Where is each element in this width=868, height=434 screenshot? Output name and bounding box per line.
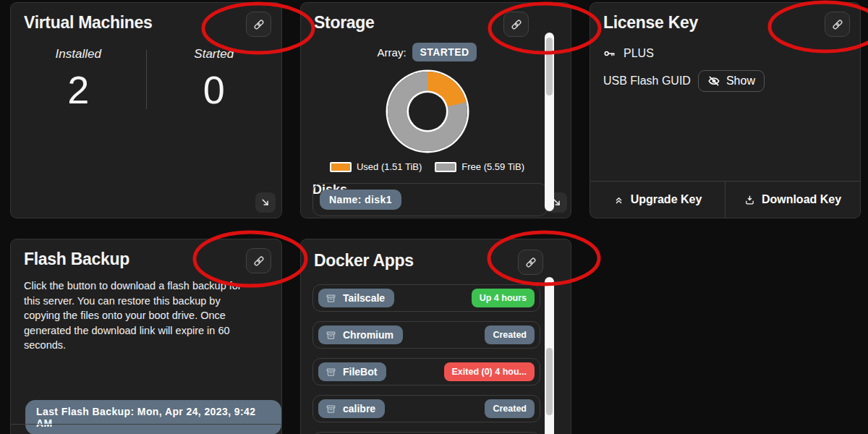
docker-app-status-badge: Created [485,326,535,344]
license-key-card: License Key PLUS USB Flash GUID Show [590,2,861,218]
show-button-label: Show [726,75,755,88]
vm-started-value: 0 [147,67,282,112]
card-header: Flash Backup [11,239,281,273]
resize-arrow-icon [259,196,272,209]
key-icon [603,47,616,60]
vm-resize-handle[interactable] [255,192,276,213]
used-swatch [330,162,352,172]
storage-link-button[interactable] [503,12,529,37]
license-body: PLUS USB Flash GUID Show [590,37,860,92]
storage-donut [388,72,467,151]
docker-apps-title: Docker Apps [314,250,414,271]
vm-installed-stat: Installed 2 [11,47,146,112]
download-key-button[interactable]: Download Key [725,182,860,218]
used-legend-label: Used (1.51 TiB) [357,161,422,172]
storage-legend: Used (1.51 TiB) Free (5.59 TiB) [312,161,542,172]
storage-scrollbar-thumb[interactable] [546,38,553,95]
docker-link-button[interactable] [518,250,543,275]
docker-app-name-badge[interactable]: Tailscale [318,289,394,307]
flash-backup-title: Flash Backup [24,248,129,270]
unraid-dashboard: Virtual Machines Installed 2 Started 0 S… [0,0,868,434]
storage-title: Storage [314,12,375,33]
last-flash-backup-badge: Last Flash Backup: Mon, Apr 24, 2023, 9:… [25,400,281,434]
download-icon [744,195,755,205]
docker-app-name: Tailscale [343,292,385,304]
docker-app-name-badge[interactable]: FileBot [318,362,386,381]
array-label: Array: [378,46,407,59]
virtual-machines-title: Virtual Machines [24,12,153,33]
vm-started-label: Started [147,47,282,61]
docker-app-name: calibre [343,403,375,414]
free-legend-label: Free (5.59 TiB) [461,161,524,172]
license-guid-row: USB Flash GUID Show [603,70,847,92]
array-status-badge: STARTED [412,43,477,61]
container-icon [326,367,336,378]
storage-body: Array: STARTED Used (1.51 TiB) Free (5.5… [301,37,571,172]
card-header: Virtual Machines [11,3,281,37]
container-icon [326,330,336,341]
license-tier-row: PLUS [603,47,847,60]
license-tier: PLUS [624,47,654,60]
docker-app-status-badge: Created [485,399,535,418]
guid-label: USB Flash GUID [603,75,691,88]
docker-app-row[interactable]: calibre Created [312,395,540,422]
card-header: Storage [301,3,571,37]
disk-row[interactable]: Name: disk1 [312,183,548,216]
docker-app-status-badge: Up 4 hours [472,289,535,307]
docker-app-row[interactable]: Tailscale Up 4 hours [312,284,540,312]
docker-app-status-badge: Exited (0) 4 hou... [444,362,535,381]
link-icon [510,18,523,31]
legend-item-used: Used (1.51 TiB) [330,161,422,172]
vm-installed-label: Installed [11,47,146,61]
virtual-machines-card: Virtual Machines Installed 2 Started 0 [10,2,282,218]
docker-app-name-badge[interactable]: Chromium [318,326,403,344]
upgrade-key-label: Upgrade Key [631,193,702,206]
eye-slash-icon [707,75,720,88]
vm-installed-value: 2 [11,67,146,112]
docker-apps-card: Docker Apps Tailscale Up 4 hours Chromiu… [300,239,571,434]
link-icon [252,255,265,268]
disk-name-badge: Name: disk1 [320,190,401,210]
container-icon [326,404,336,414]
storage-scrollbar[interactable] [545,33,554,211]
flash-backup-description: Click the button to download a flash bac… [11,273,271,353]
legend-item-free: Free (5.59 TiB) [435,161,524,172]
vm-started-stat: Started 0 [147,47,282,112]
storage-donut-hole [409,93,446,130]
upgrade-key-button[interactable]: Upgrade Key [590,182,725,218]
docker-app-list: Tailscale Up 4 hours Chromium Created Fi… [312,284,540,434]
vm-stats: Installed 2 Started 0 [11,47,281,112]
card-header: Docker Apps [301,239,571,275]
card-header: License Key [590,3,860,37]
docker-app-row[interactable]: FileBot Exited (0) 4 hou... [312,358,540,386]
docker-app-row[interactable]: Chromium Created [312,321,540,349]
docker-scrollbar[interactable] [545,277,554,434]
flash-footer-divider [11,424,281,425]
license-link-button[interactable] [825,12,850,37]
download-key-label: Download Key [762,193,841,206]
vm-link-button[interactable] [246,12,271,37]
array-status-row: Array: STARTED [312,43,542,61]
storage-donut-wrap [312,72,542,151]
link-icon [252,18,265,31]
flash-link-button[interactable] [246,248,271,273]
license-key-title: License Key [603,12,698,33]
free-swatch [435,162,456,172]
angles-up-icon [613,195,624,205]
container-icon [326,293,336,304]
show-guid-button[interactable]: Show [698,70,765,92]
flash-backup-card: Flash Backup Click the button to downloa… [10,239,282,434]
link-icon [831,18,844,31]
license-footer: Upgrade Key Download Key [590,181,860,218]
docker-app-name-badge[interactable]: calibre [318,399,385,418]
link-icon [524,256,537,269]
docker-app-name: Chromium [343,329,393,341]
storage-card: Storage Array: STARTED Used (1.51 TiB) [300,2,571,218]
docker-app-name: FileBot [343,366,377,378]
docker-scrollbar-thumb[interactable] [546,348,553,415]
